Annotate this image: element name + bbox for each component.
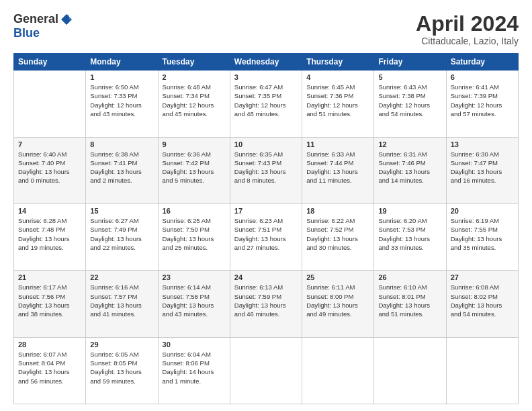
day-cell: 13Sunrise: 6:30 AMSunset: 7:47 PMDayligh…: [446, 137, 518, 203]
day-number: 24: [234, 273, 298, 281]
day-number: 23: [163, 273, 226, 281]
day-cell: [230, 337, 302, 404]
day-cell: 4Sunrise: 6:45 AMSunset: 7:36 PMDaylight…: [302, 71, 374, 137]
day-cell: 28Sunrise: 6:07 AMSunset: 8:04 PMDayligh…: [14, 337, 86, 404]
day-number: 1: [90, 73, 153, 81]
day-cell: 30Sunrise: 6:04 AMSunset: 8:06 PMDayligh…: [158, 337, 230, 404]
logo: General Blue: [13, 12, 73, 40]
day-cell: 14Sunrise: 6:28 AMSunset: 7:48 PMDayligh…: [14, 203, 86, 270]
day-header-tuesday: Tuesday: [158, 54, 230, 71]
day-header-saturday: Saturday: [446, 54, 518, 71]
day-info: Sunrise: 6:40 AMSunset: 7:40 PMDaylight:…: [18, 150, 81, 185]
day-cell: 22Sunrise: 6:16 AMSunset: 7:57 PMDayligh…: [86, 271, 158, 337]
day-number: 2: [163, 73, 226, 81]
day-number: 4: [306, 73, 369, 81]
header-row: SundayMondayTuesdayWednesdayThursdayFrid…: [14, 54, 519, 71]
day-number: 6: [451, 73, 514, 81]
day-header-thursday: Thursday: [302, 54, 374, 71]
day-info: Sunrise: 6:28 AMSunset: 7:48 PMDaylight:…: [18, 216, 81, 252]
day-info: Sunrise: 6:30 AMSunset: 7:47 PMDaylight:…: [451, 150, 514, 185]
header: General Blue April 2024 Cittaducale, Laz…: [13, 12, 519, 46]
day-number: 20: [451, 207, 514, 215]
page: General Blue April 2024 Cittaducale, Laz…: [0, 0, 532, 411]
day-header-wednesday: Wednesday: [230, 54, 302, 71]
day-info: Sunrise: 6:14 AMSunset: 7:58 PMDaylight:…: [163, 283, 226, 318]
day-info: Sunrise: 6:50 AMSunset: 7:33 PMDaylight:…: [90, 83, 153, 118]
day-info: Sunrise: 6:22 AMSunset: 7:52 PMDaylight:…: [306, 216, 369, 252]
day-cell: 12Sunrise: 6:31 AMSunset: 7:46 PMDayligh…: [374, 137, 446, 203]
day-info: Sunrise: 6:23 AMSunset: 7:51 PMDaylight:…: [234, 216, 298, 252]
week-row-3: 14Sunrise: 6:28 AMSunset: 7:48 PMDayligh…: [14, 203, 519, 270]
day-cell: 16Sunrise: 6:25 AMSunset: 7:50 PMDayligh…: [158, 203, 230, 270]
day-info: Sunrise: 6:07 AMSunset: 8:04 PMDaylight:…: [18, 350, 81, 385]
day-number: 8: [90, 140, 153, 148]
day-cell: 10Sunrise: 6:35 AMSunset: 7:43 PMDayligh…: [230, 137, 302, 203]
day-cell: 25Sunrise: 6:11 AMSunset: 8:00 PMDayligh…: [302, 271, 374, 337]
day-cell: 3Sunrise: 6:47 AMSunset: 7:35 PMDaylight…: [230, 71, 302, 137]
day-info: Sunrise: 6:33 AMSunset: 7:44 PMDaylight:…: [306, 150, 369, 185]
day-number: 28: [18, 340, 81, 349]
day-info: Sunrise: 6:31 AMSunset: 7:46 PMDaylight:…: [378, 150, 441, 185]
header-right: April 2024 Cittaducale, Lazio, Italy: [416, 12, 519, 46]
day-cell: 19Sunrise: 6:20 AMSunset: 7:53 PMDayligh…: [374, 203, 446, 270]
week-row-5: 28Sunrise: 6:07 AMSunset: 8:04 PMDayligh…: [14, 337, 519, 404]
day-info: Sunrise: 6:38 AMSunset: 7:41 PMDaylight:…: [90, 150, 153, 185]
day-cell: 24Sunrise: 6:13 AMSunset: 7:59 PMDayligh…: [230, 271, 302, 337]
day-info: Sunrise: 6:19 AMSunset: 7:55 PMDaylight:…: [451, 216, 514, 252]
day-info: Sunrise: 6:10 AMSunset: 8:01 PMDaylight:…: [378, 283, 441, 318]
day-number: 10: [234, 140, 298, 148]
logo-blue-text: Blue: [13, 26, 40, 40]
day-number: 17: [234, 207, 298, 215]
day-number: 11: [306, 140, 369, 148]
day-number: 29: [90, 340, 153, 349]
day-number: 3: [234, 73, 298, 81]
day-number: 14: [18, 207, 81, 215]
day-number: 25: [306, 273, 369, 281]
day-number: 30: [163, 340, 226, 349]
day-cell: 2Sunrise: 6:48 AMSunset: 7:34 PMDaylight…: [158, 71, 230, 137]
day-cell: 1Sunrise: 6:50 AMSunset: 7:33 PMDaylight…: [86, 71, 158, 137]
day-cell: 15Sunrise: 6:27 AMSunset: 7:49 PMDayligh…: [86, 203, 158, 270]
month-title: April 2024: [416, 12, 519, 36]
day-info: Sunrise: 6:08 AMSunset: 8:02 PMDaylight:…: [451, 283, 514, 318]
day-info: Sunrise: 6:16 AMSunset: 7:57 PMDaylight:…: [90, 283, 153, 318]
day-number: 13: [451, 140, 514, 148]
day-number: 16: [163, 207, 226, 215]
day-header-sunday: Sunday: [14, 54, 86, 71]
day-info: Sunrise: 6:11 AMSunset: 8:00 PMDaylight:…: [306, 283, 369, 318]
day-number: 22: [90, 273, 153, 281]
day-number: 9: [163, 140, 226, 148]
day-cell: 7Sunrise: 6:40 AMSunset: 7:40 PMDaylight…: [14, 137, 86, 203]
location: Cittaducale, Lazio, Italy: [416, 36, 519, 46]
day-info: Sunrise: 6:36 AMSunset: 7:42 PMDaylight:…: [163, 150, 226, 185]
day-cell: 23Sunrise: 6:14 AMSunset: 7:58 PMDayligh…: [158, 271, 230, 337]
day-info: Sunrise: 6:13 AMSunset: 7:59 PMDaylight:…: [234, 283, 298, 318]
day-info: Sunrise: 6:27 AMSunset: 7:49 PMDaylight:…: [90, 216, 153, 252]
day-cell: 27Sunrise: 6:08 AMSunset: 8:02 PMDayligh…: [446, 271, 518, 337]
day-info: Sunrise: 6:47 AMSunset: 7:35 PMDaylight:…: [234, 83, 298, 118]
day-info: Sunrise: 6:35 AMSunset: 7:43 PMDaylight:…: [234, 150, 298, 185]
logo-general-text: General: [13, 12, 58, 26]
day-info: Sunrise: 6:25 AMSunset: 7:50 PMDaylight:…: [163, 216, 226, 252]
day-cell: 18Sunrise: 6:22 AMSunset: 7:52 PMDayligh…: [302, 203, 374, 270]
day-number: 5: [378, 73, 441, 81]
day-cell: [446, 337, 518, 404]
day-header-monday: Monday: [86, 54, 158, 71]
week-row-2: 7Sunrise: 6:40 AMSunset: 7:40 PMDaylight…: [14, 137, 519, 203]
day-cell: 11Sunrise: 6:33 AMSunset: 7:44 PMDayligh…: [302, 137, 374, 203]
day-info: Sunrise: 6:48 AMSunset: 7:34 PMDaylight:…: [163, 83, 226, 118]
week-row-1: 1Sunrise: 6:50 AMSunset: 7:33 PMDaylight…: [14, 71, 519, 137]
day-cell: [14, 71, 86, 137]
day-number: 18: [306, 207, 369, 215]
week-row-4: 21Sunrise: 6:17 AMSunset: 7:56 PMDayligh…: [14, 271, 519, 337]
day-cell: [374, 337, 446, 404]
day-cell: 5Sunrise: 6:43 AMSunset: 7:38 PMDaylight…: [374, 71, 446, 137]
day-cell: 20Sunrise: 6:19 AMSunset: 7:55 PMDayligh…: [446, 203, 518, 270]
day-cell: 29Sunrise: 6:05 AMSunset: 8:05 PMDayligh…: [86, 337, 158, 404]
day-info: Sunrise: 6:43 AMSunset: 7:38 PMDaylight:…: [378, 83, 441, 118]
day-cell: 8Sunrise: 6:38 AMSunset: 7:41 PMDaylight…: [86, 137, 158, 203]
day-info: Sunrise: 6:41 AMSunset: 7:39 PMDaylight:…: [451, 83, 514, 118]
day-number: 7: [18, 140, 81, 148]
day-number: 27: [451, 273, 514, 281]
day-header-friday: Friday: [374, 54, 446, 71]
